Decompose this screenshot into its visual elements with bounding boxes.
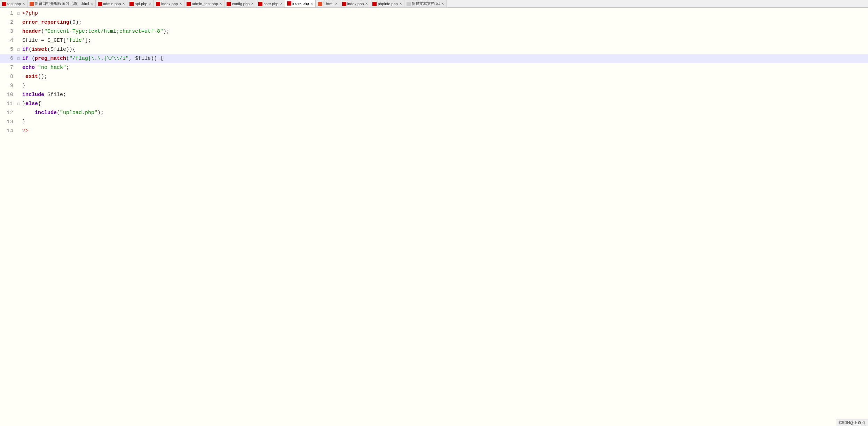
line-number-8: 8 [0,72,17,81]
tab-label: config.php [232,2,250,6]
line-number-14: 14 [0,127,17,136]
fold-6[interactable]: □ [17,54,22,63]
code-line-9: 9 } [0,81,868,90]
tab-close[interactable]: ✕ [219,2,222,6]
tab-icon-php [258,2,262,6]
tab-phpinfo-php[interactable]: phpinfo.php ✕ [370,0,404,8]
code-line-12: 12 include("upload.php"); [0,108,868,118]
fold-11[interactable]: □ [17,99,22,108]
code-content-2: error_reporting(0); [22,18,868,27]
tab-label: index.php [347,2,364,6]
code-line-3: 3 header("Content-Type:text/html;charset… [0,27,868,36]
tab-label: 1.html [323,2,333,6]
tab-core-php[interactable]: core.php ✕ [256,0,285,8]
code-line-10: 10 include $file; [0,90,868,99]
tab-test-php[interactable]: test.php ✕ [0,0,27,8]
tab-index-php-active[interactable]: index.php ✕ [285,0,316,8]
line-number-1: 1 [0,9,17,18]
code-content-12: include("upload.php"); [22,108,868,118]
code-content-7: echo "no hack"; [22,63,868,72]
tab-index-php-3[interactable]: index.php ✕ [340,0,371,8]
tab-label: index.php [161,2,178,6]
tab-label: phpinfo.php [378,2,398,6]
line-number-3: 3 [0,27,17,36]
code-content-5: if(isset($file)){ [22,45,868,54]
tab-label: admin_test.php [192,2,218,6]
tab-close[interactable]: ✕ [365,2,368,6]
line-number-13: 13 [0,118,17,127]
tab-icon-txt [407,2,411,6]
tab-close[interactable]: ✕ [335,2,338,6]
code-line-1: 1 □ <?php [0,9,868,18]
code-area: 1 □ <?php 2 error_reporting(0); 3 header… [0,8,868,137]
code-line-13: 13 } [0,118,868,127]
line-number-12: 12 [0,108,17,118]
tab-icon-html [318,2,322,6]
tab-label: 新建文本文档.txt [412,1,440,6]
code-content-4: $file = $_GET['file']; [22,36,868,45]
line-number-9: 9 [0,81,17,90]
tab-icon-php [187,2,191,6]
tab-close[interactable]: ✕ [441,2,444,6]
code-content-8: exit(); [22,72,868,81]
tab-config-php[interactable]: config.php ✕ [224,0,256,8]
tab-close[interactable]: ✕ [122,2,125,6]
tab-api-php[interactable]: api.php ✕ [127,0,154,8]
status-text: CSDN@上道点 [839,420,865,425]
tab-admin-php[interactable]: admin.php ✕ [96,0,127,8]
tab-icon-php [2,2,6,6]
tab-close[interactable]: ✕ [149,2,151,6]
status-bar: CSDN@上道点 [836,419,868,426]
code-content-1: <?php [22,9,868,18]
code-line-4: 4 $file = $_GET['file']; [0,36,868,45]
code-content-10: include $file; [22,90,868,99]
line-number-10: 10 [0,90,17,99]
tab-bar: test.php ✕ 新窗口打开编程练习（源）.html ✕ admin.php… [0,0,868,8]
line-number-7: 7 [0,63,17,72]
fold-5[interactable]: □ [17,45,22,54]
code-content-11: }else{ [22,99,868,108]
code-content-6: if (preg_match("/flag|\.\.|\/\\/i", $fil… [22,54,868,63]
tab-index-php-1[interactable]: index.php ✕ [154,0,184,8]
tab-close[interactable]: ✕ [179,2,182,6]
code-content-13: } [22,118,868,127]
tab-label: admin.php [103,2,121,6]
fold-1[interactable]: □ [17,9,22,18]
tab-close[interactable]: ✕ [280,2,283,6]
line-number-11: 11 [0,99,17,108]
tab-admin-test-php[interactable]: admin_test.php ✕ [184,0,224,8]
tab-label: test.php [7,2,21,6]
tab-close[interactable]: ✕ [310,2,313,6]
code-line-2: 2 error_reporting(0); [0,18,868,27]
line-number-4: 4 [0,36,17,45]
tab-close[interactable]: ✕ [22,2,25,6]
tab-1-html[interactable]: 1.html ✕ [316,0,340,8]
tab-label: core.php [263,2,278,6]
tab-icon-php [129,2,134,6]
tab-icon-html [30,2,34,6]
tab-icon-php [156,2,160,6]
tab-html-window[interactable]: 新窗口打开编程练习（源）.html ✕ [27,0,96,8]
tab-icon-php [342,2,346,6]
tab-label: api.php [135,2,147,6]
line-number-5: 5 [0,45,17,54]
tab-icon-php [227,2,231,6]
code-line-6: 6 □ if (preg_match("/flag|\.\.|\/\\/i", … [0,54,868,63]
code-content-14: ?> [22,127,868,136]
tab-icon-php-active [287,1,291,6]
tab-close[interactable]: ✕ [251,2,254,6]
tab-label: index.php [292,1,309,6]
code-editor: 1 □ <?php 2 error_reporting(0); 3 header… [0,8,868,426]
line-number-6: 6 [0,54,17,63]
code-line-11: 11 □ }else{ [0,99,868,108]
tab-close[interactable]: ✕ [90,2,93,6]
line-number-2: 2 [0,18,17,27]
code-content-3: header("Content-Type:text/html;charset=u… [22,27,868,36]
tab-icon-php [98,2,102,6]
code-line-7: 7 echo "no hack"; [0,63,868,72]
tab-close[interactable]: ✕ [399,2,402,6]
tab-new-txt[interactable]: 新建文本文档.txt ✕ [404,0,447,8]
tab-icon-php [372,2,377,6]
tab-label: 新窗口打开编程练习（源）.html [35,1,89,6]
code-line-14: 14 ?> [0,127,868,136]
